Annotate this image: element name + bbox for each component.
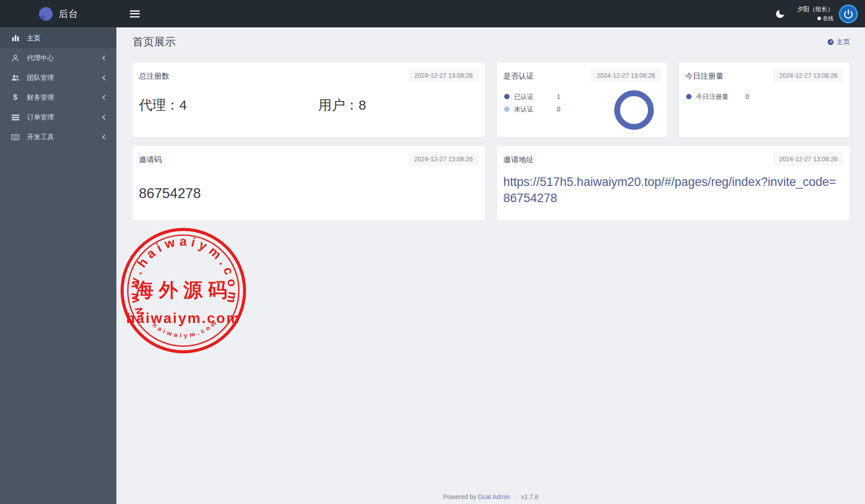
- legend-item: 已认证 1: [504, 90, 560, 103]
- chevron-left-icon: [102, 134, 107, 139]
- legend-item: 未认证 0: [504, 103, 560, 115]
- sidebar-item-team[interactable]: 团队管理: [0, 68, 116, 88]
- timestamp-badge: 2024-12-27 13:08:26: [408, 69, 479, 82]
- timestamp-badge: 2024-12-27 13:08:26: [408, 152, 479, 166]
- sidebar-item-home[interactable]: 主页: [0, 28, 116, 48]
- sidebar-item-label: 开发工具: [27, 133, 103, 141]
- sidebar: 主页 代理中心 团队管理: [0, 27, 116, 504]
- users-metric: 用户：8: [318, 96, 366, 115]
- user-status-label: 在线: [823, 14, 834, 22]
- page-title: 首页展示: [133, 35, 176, 49]
- watermark-arc-top: www.haiwaiym.com: [126, 234, 240, 320]
- topbar: 后台 夕阳（组长） 在线: [0, 0, 865, 27]
- chevron-left-icon: [102, 75, 107, 80]
- brand-logo-icon: [38, 6, 53, 22]
- keyboard-icon: [11, 133, 20, 141]
- avatar[interactable]: [839, 4, 858, 23]
- chevron-left-icon: [102, 115, 107, 119]
- timestamp-badge: 2024-12-27 13:08:26: [773, 152, 843, 166]
- legend-item: 今日注册量 0: [686, 90, 749, 103]
- list-icon: [11, 113, 20, 121]
- moon-icon[interactable]: [771, 5, 789, 23]
- sidebar-item-label: 团队管理: [27, 74, 103, 82]
- chevron-left-icon: [102, 95, 107, 100]
- gauge-icon: [827, 39, 834, 45]
- watermark-arc-bottom: haiwaiym.com: [151, 318, 219, 339]
- sidebar-item-finance[interactable]: $ 财务管理: [0, 88, 116, 107]
- watermark-main-text: haiwaiym.com: [126, 310, 241, 326]
- bar-chart-icon: [11, 34, 20, 42]
- online-dot-icon: [817, 17, 821, 20]
- sidebar-item-label: 订单管理: [27, 113, 103, 122]
- card-today-registrations: 今日注册量 2024-12-27 13:08:26 今日注册量 0: [679, 62, 850, 137]
- svg-text:www.haiwaiym.com: www.haiwaiym.com: [126, 234, 240, 320]
- user-name: 夕阳（组长）: [797, 5, 834, 14]
- card-title: 今日注册量: [685, 69, 723, 81]
- brand[interactable]: 后台: [0, 0, 116, 27]
- hamburger-icon[interactable]: [130, 10, 140, 18]
- card-invite-url: 邀请地址 2024-12-27 13:08:26 https://517h5.h…: [497, 146, 850, 221]
- card-title: 邀请地址: [503, 152, 534, 165]
- footer-powered-by: Powered by: [443, 493, 476, 500]
- brand-title: 后台: [59, 8, 79, 20]
- legend-dot-icon: [504, 94, 510, 99]
- user-icon: [11, 54, 20, 62]
- invite-code-value: 86754278: [139, 186, 201, 202]
- sidebar-item-agent-center[interactable]: 代理中心: [0, 48, 116, 68]
- chevron-left-icon: [102, 55, 107, 60]
- card-invite-code: 邀请码 2024-12-27 13:08:26 86754278: [133, 146, 485, 221]
- dollar-icon: $: [11, 93, 20, 102]
- card-title: 是否认证: [503, 69, 534, 81]
- agents-metric: 代理：4: [139, 96, 318, 115]
- sidebar-item-orders[interactable]: 订单管理: [0, 107, 116, 127]
- footer-version: v1.7.8: [521, 493, 538, 500]
- card-total-registrations: 总注册数 2024-12-27 13:08:26 代理：4 用户：8: [133, 62, 485, 137]
- card-title: 邀请码: [139, 152, 162, 165]
- watermark-stamp: www.haiwaiym.com 海外源码 haiwaiym.com haiwa…: [118, 225, 249, 356]
- invite-url-link[interactable]: https://517h5.haiwaiym20.top/#/pages/reg…: [503, 174, 841, 206]
- main-content: 首页展示 主页 总注册数 2024-12-27 13:08:26 代理：4 用户…: [116, 27, 865, 504]
- watermark-center-text: 海外源码: [134, 279, 232, 301]
- verification-donut-chart: [614, 90, 654, 130]
- breadcrumb[interactable]: 主页: [827, 38, 850, 46]
- footer: Powered by Dcat Admin · v1.7.8: [116, 493, 865, 500]
- timestamp-badge: 2024-12-27 13:08:26: [773, 69, 843, 82]
- sidebar-item-devtools[interactable]: 开发工具: [0, 127, 116, 147]
- user-menu[interactable]: 夕阳（组长） 在线: [797, 5, 834, 22]
- sidebar-item-label: 主页: [27, 34, 106, 43]
- legend-dot-icon: [686, 94, 692, 99]
- power-icon: [843, 9, 853, 19]
- dcat-admin-link[interactable]: Dcat Admin: [478, 493, 510, 500]
- card-verification: 是否认证 2024-12-27 13:08:26 已认证 1 未认证 0: [497, 62, 667, 137]
- sidebar-item-label: 代理中心: [27, 54, 103, 62]
- legend-dot-icon: [504, 106, 510, 112]
- svg-text:haiwaiym.com: haiwaiym.com: [151, 318, 219, 339]
- footer-separator: ·: [515, 493, 517, 500]
- sidebar-item-label: 财务管理: [27, 93, 103, 102]
- breadcrumb-label: 主页: [837, 38, 850, 46]
- users-icon: [11, 74, 20, 82]
- card-title: 总注册数: [139, 69, 169, 81]
- timestamp-badge: 2024-12-27 13:08:26: [591, 69, 661, 82]
